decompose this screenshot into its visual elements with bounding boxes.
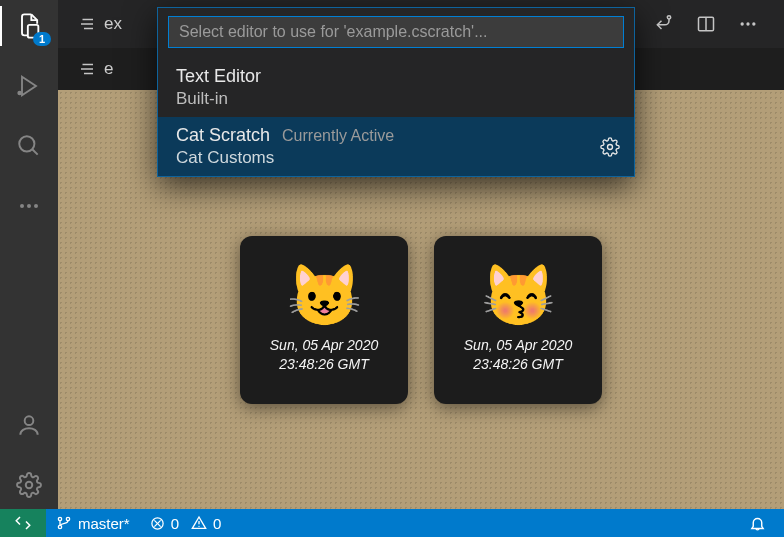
more-actions-icon[interactable] [738, 14, 758, 34]
svg-point-23 [58, 517, 61, 520]
svg-point-16 [741, 22, 744, 25]
status-branch[interactable]: master* [46, 509, 140, 537]
branch-name: master* [78, 515, 130, 532]
quick-pick-item-detail: Cat Customs [176, 148, 620, 168]
activity-more[interactable] [13, 190, 45, 222]
quick-pick-item-desc: Currently Active [282, 127, 394, 145]
compare-changes-icon[interactable] [654, 14, 674, 34]
list-icon [78, 15, 96, 33]
cat-emoji: 😽 [481, 266, 556, 326]
status-notifications[interactable] [739, 509, 784, 537]
quick-pick-list: Text Editor Built-in Cat Scratch Current… [158, 58, 634, 176]
list-icon [78, 60, 96, 78]
error-count: 0 [171, 515, 179, 532]
svg-point-5 [20, 204, 24, 208]
activity-accounts[interactable] [13, 409, 45, 441]
status-bar: master* 0 0 [0, 509, 784, 537]
svg-point-9 [26, 482, 33, 489]
svg-point-6 [27, 204, 31, 208]
remote-indicator[interactable] [0, 509, 46, 537]
svg-point-22 [608, 144, 613, 149]
explorer-badge: 1 [33, 32, 51, 46]
svg-point-3 [19, 136, 34, 151]
scratch-card[interactable]: 😺 Sun, 05 Apr 202023:48:26 GMT [240, 236, 408, 404]
svg-point-24 [66, 517, 69, 520]
activity-search[interactable] [13, 130, 45, 162]
svg-marker-1 [22, 77, 36, 96]
svg-point-17 [746, 22, 749, 25]
tab-label: ex [104, 14, 122, 34]
quick-pick-item[interactable]: Text Editor Built-in [158, 58, 634, 117]
quick-pick-item[interactable]: Cat Scratch Currently Active Cat Customs [158, 117, 634, 176]
svg-point-13 [667, 16, 670, 19]
svg-point-8 [25, 416, 34, 425]
status-problems[interactable]: 0 0 [140, 509, 232, 537]
svg-point-7 [34, 204, 38, 208]
breadcrumb-item[interactable]: e [68, 53, 123, 85]
cat-emoji: 😺 [287, 266, 362, 326]
activity-settings[interactable] [13, 469, 45, 501]
card-timestamp: Sun, 05 Apr 202023:48:26 GMT [270, 336, 378, 374]
quick-pick-item-label: Cat Scratch [176, 125, 270, 146]
svg-point-18 [752, 22, 755, 25]
quick-pick: Text Editor Built-in Cat Scratch Current… [157, 7, 635, 177]
quick-pick-item-label: Text Editor [176, 66, 261, 87]
gear-icon[interactable] [600, 137, 620, 157]
activity-bar: 1 [0, 0, 58, 509]
svg-line-4 [32, 149, 37, 154]
svg-point-2 [17, 91, 22, 96]
editor-tab[interactable]: ex [68, 8, 132, 40]
scratch-card[interactable]: 😽 Sun, 05 Apr 202023:48:26 GMT [434, 236, 602, 404]
activity-explorer[interactable]: 1 [13, 10, 45, 42]
breadcrumb-label: e [104, 59, 113, 79]
svg-point-25 [58, 525, 61, 528]
card-timestamp: Sun, 05 Apr 202023:48:26 GMT [464, 336, 572, 374]
split-editor-icon[interactable] [696, 14, 716, 34]
quick-pick-input[interactable] [168, 16, 624, 48]
activity-run-debug[interactable] [13, 70, 45, 102]
svg-point-30 [198, 526, 199, 527]
warning-count: 0 [213, 515, 221, 532]
quick-pick-item-detail: Built-in [176, 89, 620, 109]
